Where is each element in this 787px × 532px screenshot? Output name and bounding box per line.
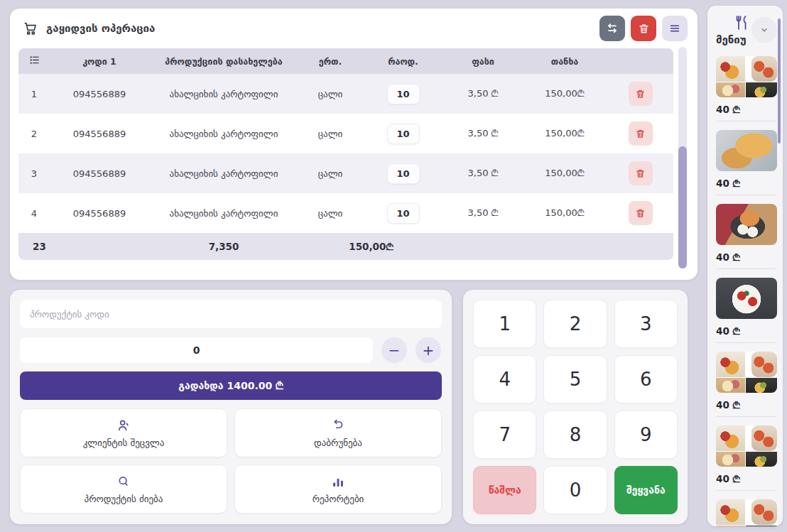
row-product-name: ახალციხის კარტოფილი (149, 89, 298, 99)
table-row[interactable]: 2 094556889 ახალციხის კარტოფილი ცალი 10 … (18, 114, 673, 153)
quantity-input[interactable] (20, 337, 373, 363)
row-code: 094556889 (50, 208, 149, 219)
table-row[interactable]: 1 094556889 ახალციხის კარტოფილი ცალი 10 … (18, 74, 673, 114)
food-photo-tile (751, 56, 777, 82)
options-menu-button[interactable] (662, 16, 688, 41)
menu-item[interactable]: 40 ₾ (716, 204, 776, 269)
menu-item-price: 40 ₾ (716, 325, 776, 337)
menu-item-price: 40 ₾ (716, 178, 776, 190)
menu-item[interactable]: 40 ₾ (716, 499, 776, 526)
numpad-key[interactable]: წაშლა (473, 466, 536, 514)
divider (716, 268, 776, 269)
menu-item-image[interactable] (716, 278, 777, 319)
trash-icon (635, 168, 646, 179)
numpad-key[interactable]: 3 (614, 300, 678, 348)
product-search-label: პროდუქტის ძიება (85, 494, 163, 504)
numpad-key[interactable]: 4 (473, 355, 536, 403)
row-quantity-field[interactable]: 10 (387, 163, 420, 184)
numpad-key[interactable]: 9 (614, 411, 678, 459)
search-icon (116, 474, 131, 489)
table-scrollbar-thumb[interactable] (678, 146, 687, 268)
trash-icon (635, 208, 646, 219)
menu-item-price: 40 ₾ (716, 251, 776, 264)
menu-item[interactable]: 40 ₾ (716, 425, 776, 491)
numpad-key[interactable]: 6 (614, 355, 678, 403)
collapse-sidebar-button[interactable] (751, 17, 777, 43)
menu-item-image[interactable] (716, 425, 777, 467)
return-label: დაბრუნება (314, 438, 362, 448)
menu-item-image[interactable] (716, 352, 777, 393)
row-number: 2 (18, 129, 50, 139)
divider (716, 416, 776, 417)
row-delete-button[interactable] (629, 82, 653, 106)
row-quantity-field[interactable]: 10 (387, 84, 420, 104)
numpad: 123456789წაშლა0შეყვანა (463, 290, 688, 524)
footer-total-amount: 150,00₾ (298, 241, 444, 253)
decrement-button[interactable]: − (381, 337, 407, 363)
numpad-key[interactable]: 0 (543, 466, 607, 514)
hamburger-menu-icon (668, 22, 681, 35)
product-search-button[interactable]: პროდუქტის ძიება (20, 465, 227, 514)
numpad-key[interactable]: 8 (543, 411, 607, 459)
row-delete-button[interactable] (629, 161, 653, 185)
food-photo-tile (746, 452, 777, 467)
sales-panel-header: გაყიდვის ოპერაცია (10, 9, 698, 48)
menu-item[interactable]: 40 ₾ (716, 278, 776, 343)
return-button[interactable]: დაბრუნება (234, 408, 442, 457)
reports-button[interactable]: რეპორტები (234, 465, 442, 514)
reports-label: რეპორტები (313, 494, 364, 504)
table-header-row: კოდი 1 პროდუქციის დასახელება ერთ. რაოდ. … (18, 48, 673, 74)
food-photo-tile (751, 499, 777, 525)
row-price: 3,50 ₾ (444, 88, 522, 99)
change-client-button[interactable]: კლიენტის შეცვლა (20, 408, 227, 457)
product-entry-panel: − + გადახდა 1400.00 ₾ კლიენტის შეცვლა და… (10, 290, 452, 524)
menu-item-image[interactable] (716, 56, 777, 97)
trash-icon (635, 129, 646, 139)
column-header-price: ფასი (444, 56, 522, 67)
transfer-button[interactable] (599, 16, 625, 41)
clear-all-button[interactable] (631, 16, 656, 41)
food-photo-tile (716, 526, 745, 526)
footer-total-quantity: 7,350 (149, 241, 298, 252)
table-row[interactable]: 3 094556889 ახალციხის კარტოფილი ცალი 10 … (18, 153, 673, 193)
change-client-label: კლიენტის შეცვლა (83, 438, 165, 448)
trash-icon (638, 23, 650, 35)
row-delete-button[interactable] (629, 121, 653, 146)
food-photo-tile (716, 56, 745, 82)
food-photo-tile (716, 452, 745, 467)
numpad-key[interactable]: 1 (473, 300, 536, 348)
food-photo-tile (716, 378, 745, 393)
row-total: 150,00₾ (522, 168, 607, 179)
trash-icon (635, 89, 646, 99)
pay-button[interactable]: გადახდა 1400.00 ₾ (20, 371, 442, 400)
row-product-name: ახალციხის კარტოფილი (149, 129, 298, 139)
menu-item-image[interactable] (716, 499, 777, 526)
sidebar-scrollbar-thumb[interactable] (778, 18, 781, 143)
table-scrollbar-track[interactable] (678, 47, 687, 268)
menu-item[interactable]: 40 ₾ (716, 352, 776, 417)
row-unit: ცალი (298, 89, 362, 99)
numpad-key[interactable]: 5 (543, 355, 607, 403)
row-quantity-field[interactable]: 10 (387, 124, 420, 144)
numpad-key[interactable]: 7 (473, 411, 536, 459)
row-delete-button[interactable] (629, 201, 653, 225)
numpad-key[interactable]: შეყვანა (614, 466, 678, 514)
chevron-down-icon (758, 23, 771, 36)
bar-chart-icon (330, 474, 346, 489)
numpad-key[interactable]: 2 (543, 300, 607, 348)
divider (716, 195, 776, 195)
menu-item[interactable]: 40 ₾ (716, 130, 776, 195)
table-row[interactable]: 4 094556889 ახალციხის კარტოფილი ცალი 10 … (18, 193, 673, 233)
menu-item-price: 40 ₾ (716, 104, 776, 116)
menu-item-list: 40 ₾ 40 ₾ 40 ₾ (707, 49, 783, 526)
increment-button[interactable]: + (416, 337, 441, 363)
row-quantity-field[interactable]: 10 (387, 203, 420, 224)
menu-item-image[interactable] (716, 130, 777, 171)
food-photo-tile (751, 425, 777, 451)
row-number: 1 (18, 89, 50, 99)
menu-item[interactable]: 40 ₾ (716, 56, 776, 121)
product-code-input[interactable] (20, 300, 442, 328)
row-code: 094556889 (50, 168, 149, 179)
menu-item-image[interactable] (716, 204, 777, 245)
row-product-name: ახალციხის კარტოფილი (149, 208, 298, 219)
